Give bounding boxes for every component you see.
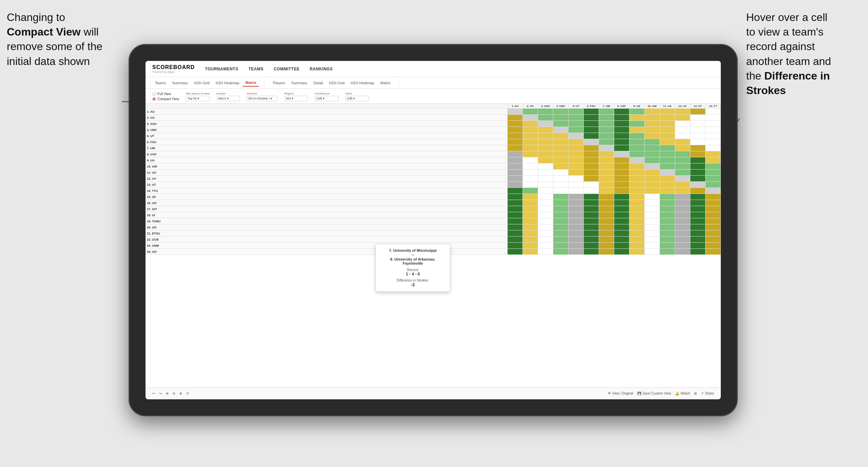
matrix-cell[interactable]	[584, 133, 599, 139]
tab-detail[interactable]: Detail	[311, 80, 326, 86]
matrix-cell[interactable]	[690, 188, 706, 194]
matrix-cell[interactable]	[614, 224, 629, 230]
matrix-cell[interactable]	[523, 145, 538, 151]
matrix-cell[interactable]	[508, 127, 523, 133]
matrix-cell[interactable]	[690, 145, 706, 151]
matrix-cell[interactable]	[569, 194, 584, 200]
matrix-cell[interactable]	[645, 230, 660, 237]
matrix-cell[interactable]	[569, 243, 584, 249]
tab-h2h-heatmap-left[interactable]: H2H Heatmap	[213, 80, 242, 86]
matrix-cell[interactable]	[553, 157, 569, 163]
matrix-cell[interactable]	[538, 115, 553, 121]
matrix-cell[interactable]	[584, 237, 599, 243]
matrix-cell[interactable]	[538, 121, 553, 127]
matrix-cell[interactable]	[645, 127, 660, 133]
matrix-cell[interactable]	[508, 249, 523, 255]
matrix-cell[interactable]	[675, 206, 690, 212]
matrix-cell[interactable]	[523, 151, 538, 157]
matrix-cell[interactable]	[569, 115, 584, 121]
matrix-cell[interactable]	[629, 145, 645, 151]
matrix-cell[interactable]	[553, 237, 569, 243]
filter-max-teams-select[interactable]: Top 50 ▾	[186, 96, 209, 101]
matrix-cell[interactable]	[538, 157, 553, 163]
matrix-cell[interactable]	[675, 176, 690, 182]
matrix-cell[interactable]	[675, 163, 690, 170]
matrix-cell[interactable]	[645, 218, 660, 224]
matrix-cell[interactable]	[660, 170, 675, 176]
matrix-container[interactable]: 1. AU 2. VU 3. ASU 4. UNC 5. UT 6. FSU 7…	[146, 104, 721, 387]
matrix-cell[interactable]	[614, 139, 629, 145]
matrix-cell[interactable]	[538, 139, 553, 145]
matrix-cell[interactable]	[599, 237, 614, 243]
matrix-cell[interactable]	[706, 127, 721, 133]
filter-gender-select[interactable]: Men's ▾	[216, 96, 240, 101]
matrix-cell[interactable]	[629, 224, 645, 230]
matrix-cell[interactable]	[660, 194, 675, 200]
matrix-cell[interactable]	[508, 188, 523, 194]
matrix-cell[interactable]	[690, 224, 706, 230]
matrix-cell[interactable]	[508, 212, 523, 218]
matrix-cell[interactable]	[660, 121, 675, 127]
matrix-cell[interactable]	[660, 115, 675, 121]
matrix-cell[interactable]	[553, 139, 569, 145]
matrix-cell[interactable]	[645, 212, 660, 218]
matrix-cell[interactable]	[584, 230, 599, 237]
matrix-cell[interactable]	[614, 151, 629, 157]
matrix-cell[interactable]	[584, 249, 599, 255]
matrix-cell[interactable]	[660, 200, 675, 206]
matrix-cell[interactable]	[660, 176, 675, 182]
filter-division-select[interactable]: NCAA Division I ▾	[247, 96, 277, 101]
matrix-cell[interactable]	[553, 218, 569, 224]
matrix-cell[interactable]	[523, 188, 538, 194]
matrix-cell[interactable]	[523, 115, 538, 121]
zoom-out-button[interactable]: ⊖	[173, 392, 175, 395]
matrix-cell[interactable]	[675, 188, 690, 194]
matrix-cell[interactable]	[706, 109, 721, 115]
filter-button[interactable]: ⊕	[166, 392, 169, 395]
matrix-cell[interactable]	[629, 194, 645, 200]
matrix-cell[interactable]	[629, 212, 645, 218]
matrix-cell[interactable]	[614, 145, 629, 151]
matrix-cell[interactable]	[508, 151, 523, 157]
matrix-cell[interactable]	[690, 182, 706, 188]
matrix-cell[interactable]	[538, 230, 553, 237]
matrix-cell[interactable]	[645, 249, 660, 255]
matrix-cell[interactable]	[645, 163, 660, 170]
matrix-cell[interactable]	[675, 200, 690, 206]
matrix-cell[interactable]	[569, 163, 584, 170]
matrix-cell[interactable]	[614, 188, 629, 194]
matrix-cell[interactable]	[569, 121, 584, 127]
matrix-cell[interactable]	[629, 249, 645, 255]
matrix-cell[interactable]	[690, 121, 706, 127]
matrix-cell[interactable]	[553, 127, 569, 133]
matrix-cell[interactable]	[645, 133, 660, 139]
matrix-cell[interactable]	[523, 182, 538, 188]
matrix-cell[interactable]	[645, 224, 660, 230]
matrix-cell[interactable]	[690, 139, 706, 145]
matrix-cell[interactable]	[569, 151, 584, 157]
matrix-cell[interactable]	[508, 176, 523, 182]
matrix-cell[interactable]	[660, 212, 675, 218]
matrix-cell[interactable]	[629, 127, 645, 133]
matrix-cell[interactable]	[690, 151, 706, 157]
matrix-cell[interactable]	[645, 109, 660, 115]
matrix-cell[interactable]	[629, 218, 645, 224]
compact-view-radio[interactable]: Compact View	[152, 97, 179, 101]
matrix-cell[interactable]	[523, 176, 538, 182]
matrix-cell[interactable]	[660, 109, 675, 115]
matrix-cell[interactable]	[645, 200, 660, 206]
matrix-cell[interactable]	[599, 249, 614, 255]
matrix-cell[interactable]	[584, 224, 599, 230]
matrix-cell[interactable]	[538, 133, 553, 139]
matrix-cell[interactable]	[675, 109, 690, 115]
matrix-cell[interactable]	[508, 237, 523, 243]
matrix-cell[interactable]	[523, 139, 538, 145]
matrix-cell[interactable]	[690, 109, 706, 115]
matrix-cell[interactable]	[706, 157, 721, 163]
matrix-cell[interactable]	[508, 200, 523, 206]
matrix-cell[interactable]	[599, 115, 614, 121]
matrix-cell[interactable]	[523, 230, 538, 237]
matrix-cell[interactable]	[508, 182, 523, 188]
matrix-cell[interactable]	[660, 133, 675, 139]
matrix-cell[interactable]	[645, 139, 660, 145]
